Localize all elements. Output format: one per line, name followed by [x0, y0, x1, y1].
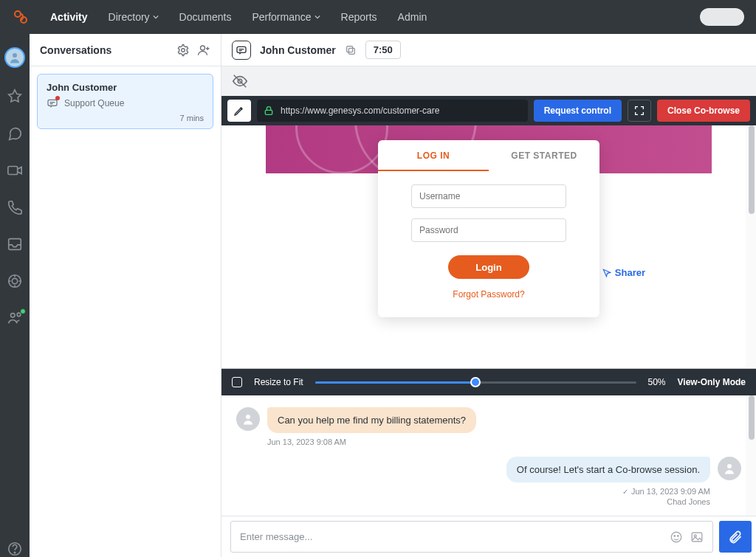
get-started-tab[interactable]: GET STARTED	[489, 140, 599, 171]
svg-rect-3	[8, 167, 18, 175]
password-input[interactable]	[411, 218, 566, 242]
attach-button[interactable]	[719, 521, 752, 553]
zoom-percent: 50%	[648, 377, 666, 387]
close-cobrowse-button[interactable]: Close Co-browse	[657, 100, 750, 122]
chevron-down-icon	[153, 14, 159, 20]
rail-support-icon[interactable]	[7, 273, 23, 289]
conversation-card-name: John Customer	[47, 82, 204, 93]
brand-logo-icon	[12, 8, 30, 26]
svg-point-19	[246, 415, 250, 419]
cobrowse-strip	[221, 66, 756, 96]
nav-admin[interactable]: Admin	[391, 11, 435, 23]
customer-avatar	[236, 407, 260, 431]
outgoing-message: Of course! Let's start a Co-browse sessi…	[506, 457, 710, 482]
url-bar: https://www.genesys.com/customer-care	[257, 100, 528, 122]
chevron-down-icon	[315, 14, 320, 20]
conversation-card-queue: Support Queue	[64, 98, 124, 108]
resize-to-fit-label: Resize to Fit	[254, 377, 303, 387]
svg-point-22	[674, 535, 676, 536]
login-tab[interactable]: LOG IN	[378, 140, 489, 171]
rail-inbox-icon[interactable]	[7, 236, 23, 252]
rail-video-icon[interactable]	[7, 162, 23, 179]
sharer-cursor-label: Sharer	[602, 267, 645, 278]
agent-name: Chad Jones	[236, 497, 710, 506]
svg-point-21	[671, 532, 681, 542]
add-person-icon[interactable]	[197, 44, 210, 57]
message-input[interactable]: Enter message...	[230, 521, 713, 553]
chat-transcript: Can you help me find my billing statemen…	[221, 395, 756, 516]
top-nav: Activity Directory Documents Performance…	[0, 0, 756, 34]
left-rail	[0, 34, 30, 557]
nav-activity[interactable]: Activity	[43, 11, 95, 23]
conversation-card[interactable]: John Customer Support Queue 7 mins	[37, 74, 213, 129]
username-input[interactable]	[411, 184, 566, 208]
nav-performance[interactable]: Performance	[244, 11, 327, 23]
forgot-password-link[interactable]: Forgot Password?	[453, 289, 524, 300]
nav-directory[interactable]: Directory	[101, 11, 166, 23]
svg-point-12	[201, 46, 205, 50]
rail-profile-avatar[interactable]	[4, 47, 25, 68]
svg-rect-24	[692, 533, 702, 542]
svg-point-8	[17, 313, 21, 316]
visibility-off-icon[interactable]	[232, 73, 248, 89]
nav-reports[interactable]: Reports	[334, 11, 385, 23]
cobrowse-zoom-strip: Resize to Fit 50% View-Only Mode	[221, 369, 756, 395]
lock-icon	[263, 105, 275, 117]
svg-point-2	[13, 53, 17, 58]
rail-favorites-icon[interactable]	[7, 89, 23, 105]
request-control-button[interactable]: Request control	[534, 100, 622, 122]
svg-rect-13	[48, 100, 57, 105]
copy-icon[interactable]	[345, 44, 357, 56]
svg-point-23	[678, 535, 679, 536]
svg-point-20	[727, 464, 732, 468]
svg-point-11	[182, 48, 185, 52]
cobrowse-toolbar: https://www.genesys.com/customer-care Re…	[221, 96, 756, 125]
incoming-timestamp: Jun 13, 2023 9:08 AM	[267, 437, 741, 446]
nav-documents[interactable]: Documents	[172, 11, 239, 23]
gear-icon[interactable]	[176, 44, 190, 57]
rail-cobrowse-icon[interactable]	[7, 310, 23, 326]
svg-point-6	[12, 278, 17, 283]
svg-rect-15	[348, 48, 354, 54]
conversation-card-time: 7 mins	[47, 114, 204, 122]
search-input[interactable]	[700, 8, 744, 26]
svg-point-7	[11, 314, 16, 318]
agent-avatar	[718, 457, 741, 480]
message-input-placeholder: Enter message...	[240, 531, 662, 542]
rail-chat-icon[interactable]	[7, 125, 23, 142]
message-composer: Enter message...	[221, 516, 756, 557]
message-icon	[232, 41, 251, 60]
cobrowse-preview: LOG IN GET STARTED Login Forgot Password…	[221, 125, 756, 369]
login-button[interactable]: Login	[448, 255, 529, 279]
conversation-customer-name: John Customer	[260, 44, 336, 56]
rail-help-icon[interactable]	[7, 541, 23, 557]
svg-rect-4	[9, 239, 21, 250]
rail-phone-icon[interactable]	[7, 199, 23, 215]
cobrowse-mode-label: View-Only Mode	[678, 377, 746, 387]
zoom-slider[interactable]	[315, 381, 636, 384]
resize-to-fit-checkbox[interactable]	[232, 377, 242, 387]
emoji-icon[interactable]	[670, 530, 683, 544]
conversation-timer: 7:50	[365, 41, 401, 59]
fullscreen-button[interactable]	[628, 100, 651, 122]
svg-rect-18	[265, 110, 272, 114]
image-icon[interactable]	[690, 530, 704, 544]
incoming-message: Can you help me find my billing statemen…	[267, 407, 476, 433]
svg-point-0	[15, 11, 21, 17]
svg-rect-16	[346, 46, 352, 52]
conversations-panel: Conversations John Customer Support Queu…	[30, 34, 221, 557]
outgoing-timestamp: ✓Jun 13, 2023 9:09 AM	[236, 487, 710, 496]
svg-point-10	[14, 552, 15, 553]
message-icon	[47, 97, 58, 109]
url-text: https://www.genesys.com/customer-care	[281, 105, 439, 116]
conversation-header: John Customer 7:50	[221, 34, 756, 66]
login-card: LOG IN GET STARTED Login Forgot Password…	[378, 140, 599, 317]
svg-rect-14	[237, 46, 246, 52]
conversations-title: Conversations	[40, 44, 169, 56]
edit-button[interactable]	[227, 100, 251, 122]
